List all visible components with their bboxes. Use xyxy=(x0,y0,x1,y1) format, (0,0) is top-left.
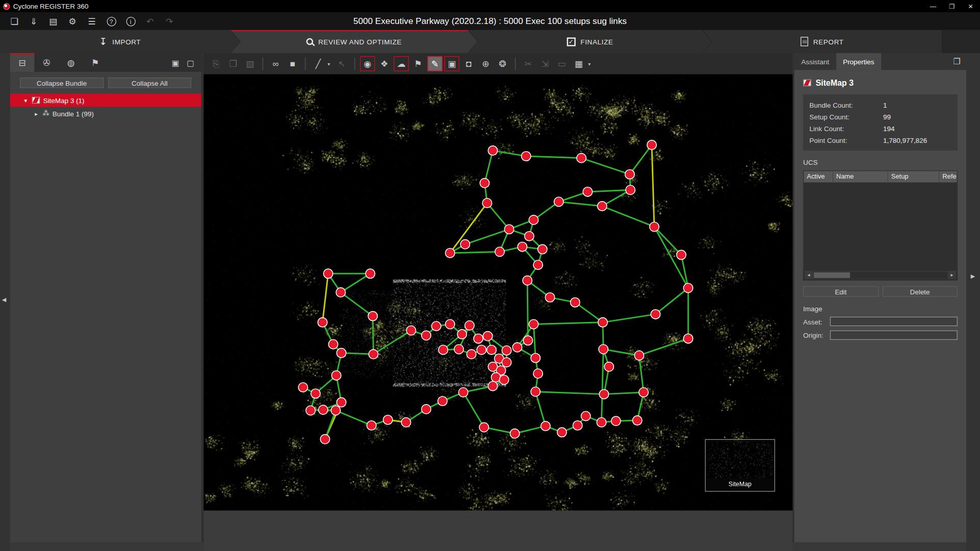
tab-finalize[interactable]: ✓ FINALIZE xyxy=(468,30,712,53)
tab-attachments[interactable]: ✇ xyxy=(34,53,59,72)
setup-node[interactable] xyxy=(597,418,606,427)
setup-link[interactable] xyxy=(630,145,652,174)
setup-node[interactable] xyxy=(337,397,346,407)
minimap[interactable]: SiteMap xyxy=(705,439,775,492)
expand-right-panel-icon[interactable]: ▶ xyxy=(971,273,975,279)
setup-node[interactable] xyxy=(570,297,579,307)
setup-node[interactable] xyxy=(438,396,447,406)
setup-node[interactable] xyxy=(331,406,340,415)
setup-link[interactable] xyxy=(639,339,688,356)
setup-node[interactable] xyxy=(597,202,606,211)
setup-node[interactable] xyxy=(431,321,440,331)
redo-icon[interactable]: ↷ xyxy=(162,14,176,28)
setup-node[interactable] xyxy=(626,185,635,194)
setup-node[interactable] xyxy=(577,154,586,163)
setup-link[interactable] xyxy=(652,145,654,227)
setup-node[interactable] xyxy=(510,429,519,438)
setup-node[interactable] xyxy=(321,435,330,444)
setup-node[interactable] xyxy=(324,269,333,278)
toggle-setups-icon[interactable]: ◉ xyxy=(360,56,375,71)
setup-node[interactable] xyxy=(557,428,567,437)
collapse-all-button[interactable]: Collapse All xyxy=(108,78,191,88)
help-icon[interactable]: ? xyxy=(104,14,118,28)
setup-node[interactable] xyxy=(465,321,474,330)
setup-link[interactable] xyxy=(535,392,604,394)
setup-node[interactable] xyxy=(518,242,527,251)
setup-link[interactable] xyxy=(602,206,654,227)
setup-link[interactable] xyxy=(341,273,371,292)
setup-node[interactable] xyxy=(523,336,532,345)
setup-node[interactable] xyxy=(422,405,431,414)
setup-link[interactable] xyxy=(587,190,630,192)
setup-node[interactable] xyxy=(495,247,504,256)
scroll-left-icon[interactable]: ◂ xyxy=(804,272,813,278)
setup-link[interactable] xyxy=(603,314,655,322)
right-collapse-strip[interactable]: ▶ xyxy=(966,53,980,551)
expand-arrow-icon[interactable]: ▾ xyxy=(22,97,29,103)
setup-node[interactable] xyxy=(504,224,513,234)
close-button[interactable]: ✕ xyxy=(961,0,980,12)
setup-node[interactable] xyxy=(483,332,492,341)
dock-right-icon[interactable]: ▢ xyxy=(184,56,198,69)
fill-view-icon[interactable]: ■ xyxy=(285,56,300,71)
tab-report[interactable]: REPORT xyxy=(702,30,942,53)
setup-node[interactable] xyxy=(438,345,448,355)
setup-node[interactable] xyxy=(467,349,476,359)
frame-tool-icon[interactable]: ▭ xyxy=(554,56,569,71)
setup-link[interactable] xyxy=(575,303,603,322)
setup-node[interactable] xyxy=(545,293,554,302)
grid-dropdown-caret-icon[interactable]: ▾ xyxy=(588,61,593,66)
pano-view-icon[interactable]: ❂ xyxy=(495,56,510,71)
setup-node[interactable] xyxy=(502,346,511,355)
setup-node[interactable] xyxy=(502,358,511,367)
setup-link[interactable] xyxy=(535,392,546,426)
import-project-icon[interactable]: ⇓ xyxy=(27,14,41,28)
setup-node[interactable] xyxy=(647,140,656,149)
settings-gear-icon[interactable]: ⚙ xyxy=(66,14,80,28)
setup-link[interactable] xyxy=(604,392,644,394)
setup-link[interactable] xyxy=(487,203,509,229)
setup-node[interactable] xyxy=(336,288,345,297)
setup-node[interactable] xyxy=(499,375,508,384)
maximize-button[interactable]: ❐ xyxy=(943,0,962,12)
tab-import[interactable]: ↧ IMPORT xyxy=(0,30,240,53)
setup-node[interactable] xyxy=(477,345,486,355)
setup-link[interactable] xyxy=(323,273,328,322)
setup-node[interactable] xyxy=(454,344,463,354)
setup-node[interactable] xyxy=(523,276,532,285)
measure-tool-icon[interactable]: ╱ xyxy=(311,56,326,71)
ucs-column-name[interactable]: Name xyxy=(833,171,888,183)
setup-node[interactable] xyxy=(529,215,538,224)
minimap-thumbnail[interactable] xyxy=(707,442,772,478)
setup-node[interactable] xyxy=(598,318,607,327)
setup-node[interactable] xyxy=(383,415,393,424)
setup-link-graph[interactable] xyxy=(204,74,792,511)
setup-node[interactable] xyxy=(480,179,489,188)
tab-properties[interactable]: Properties xyxy=(836,53,881,70)
setup-node[interactable] xyxy=(458,388,468,397)
camera-icon[interactable]: ◘ xyxy=(461,56,476,71)
left-collapse-strip[interactable]: ◀ xyxy=(0,53,10,551)
auto-link-icon[interactable]: ∞ xyxy=(268,56,283,71)
minimize-button[interactable]: — xyxy=(924,0,943,12)
collapse-arrow-icon[interactable]: ▸ xyxy=(33,110,39,116)
setup-node[interactable] xyxy=(573,421,582,430)
setup-node[interactable] xyxy=(650,222,659,231)
setup-node[interactable] xyxy=(683,283,693,292)
tab-review-and-optimize[interactable]: REVIEW AND OPTIMIZE xyxy=(231,30,478,53)
remove-link-icon[interactable]: ✂ xyxy=(521,56,535,71)
collapse-bundle-button[interactable]: Collapse Bundle xyxy=(20,78,103,88)
setup-link[interactable] xyxy=(533,322,602,324)
zoom-window-icon[interactable]: ▧ xyxy=(242,56,257,71)
setup-node[interactable] xyxy=(318,405,328,414)
setup-node[interactable] xyxy=(474,334,483,343)
setup-node[interactable] xyxy=(651,310,660,319)
toggle-cloud-icon[interactable]: ☁ xyxy=(394,56,408,71)
ucs-column-setup[interactable]: Setup xyxy=(888,171,939,183)
tree-row-bundle[interactable]: ▸ ⁂ Bundle 1 (99) xyxy=(10,107,202,120)
setup-node[interactable] xyxy=(677,250,686,259)
setup-node[interactable] xyxy=(537,244,547,254)
scroll-right-icon[interactable]: ▸ xyxy=(947,272,956,278)
tab-flags[interactable]: ⚑ xyxy=(83,53,108,72)
setup-link[interactable] xyxy=(450,252,500,253)
